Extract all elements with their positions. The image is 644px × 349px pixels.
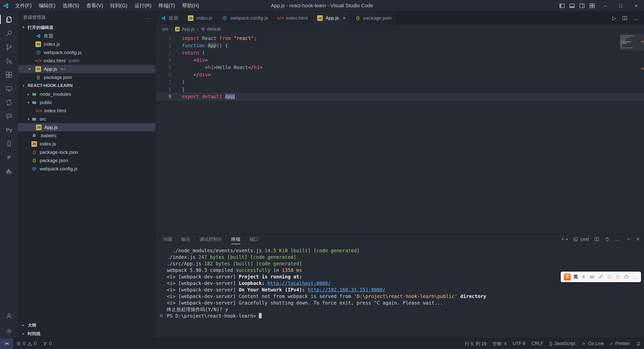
terminal-link[interactable]: http://localhost:8080/ xyxy=(267,280,331,286)
menu-selection[interactable]: 选择(S) xyxy=(59,0,83,11)
panel-tab-terminal[interactable]: 终端 xyxy=(231,234,240,244)
maximize-button[interactable]: □ xyxy=(613,0,628,11)
ports-status[interactable]: 0 xyxy=(39,338,55,349)
go-live-button[interactable]: Go Live xyxy=(578,338,607,349)
eol-sequence[interactable]: CRLF xyxy=(529,338,546,349)
menu-go[interactable]: 转到(G) xyxy=(107,0,131,11)
tab-webpack-config[interactable]: webpack.config.js xyxy=(217,12,273,25)
minimize-button[interactable]: – xyxy=(597,0,613,11)
tree-src-appjs[interactable]: JS App.js xyxy=(18,123,155,131)
breadcrumb-src[interactable]: src xyxy=(162,27,168,32)
handwriting-icon[interactable] xyxy=(598,274,604,280)
sogou-logo-icon[interactable]: S xyxy=(564,273,571,280)
emoji-icon[interactable] xyxy=(606,274,612,280)
tree-node-modules[interactable]: ▸ node_modules xyxy=(18,90,155,98)
tree-indexjs[interactable]: JS index.js xyxy=(18,140,155,148)
breadcrumb-file[interactable]: JS App.js xyxy=(175,27,194,32)
cursor-position[interactable]: 行 9, 列 19 xyxy=(462,338,490,349)
tree-webpack-config[interactable]: webpack.config.js xyxy=(18,165,155,173)
new-terminal-button[interactable]: +▾ xyxy=(561,236,568,242)
prettier-status[interactable]: ✓ Prettier xyxy=(607,338,633,349)
problems-status[interactable]: 0 0 xyxy=(13,338,39,349)
tab-indexjs[interactable]: JS index.js xyxy=(183,12,217,25)
menu-help[interactable]: 帮助(H) xyxy=(179,0,203,11)
tree-package-lock[interactable]: {} package-lock.json xyxy=(18,148,155,156)
close-icon[interactable]: × xyxy=(343,16,346,21)
split-editor-icon[interactable] xyxy=(622,15,628,21)
bookmarks-icon[interactable] xyxy=(0,137,18,151)
tree-babelrc[interactable]: B .babelrc xyxy=(18,131,155,140)
sidebar-more-icon[interactable]: … xyxy=(145,14,150,21)
docker-icon[interactable] xyxy=(0,165,18,178)
settings-gear-icon[interactable] xyxy=(0,324,18,338)
open-editor-appjs[interactable]: × JS App.js src xyxy=(18,65,155,73)
sync-icon[interactable] xyxy=(0,95,18,109)
open-editor-webpack-config[interactable]: webpack.config.js xyxy=(18,48,155,57)
outline-section[interactable]: ▸ 大纲 xyxy=(18,321,155,329)
remote-explorer-icon[interactable] xyxy=(0,82,18,95)
notifications-bell-icon[interactable] xyxy=(633,338,644,349)
tab-packagejson[interactable]: {} package.json xyxy=(350,12,396,25)
terminal-profile-chip[interactable]: cmd xyxy=(573,236,589,242)
tree-public-indexhtml[interactable]: </> index.html xyxy=(18,107,155,115)
keyboard-icon[interactable] xyxy=(589,274,595,280)
account-icon[interactable] xyxy=(0,309,18,323)
terminal-link[interactable]: http://192.168.31.151:8080/ xyxy=(308,287,386,292)
minimap[interactable] xyxy=(620,35,638,49)
command-decoration-icon[interactable] xyxy=(160,314,163,317)
editor-more-icon[interactable]: … xyxy=(633,15,639,21)
toggle-sidebar-icon[interactable] xyxy=(557,0,567,11)
comments-icon[interactable] xyxy=(0,109,18,123)
toggle-secondary-sidebar-icon[interactable] xyxy=(577,0,587,11)
maximize-panel-icon[interactable] xyxy=(626,236,631,242)
language-mode[interactable]: {} JavaScript xyxy=(546,338,578,349)
menu-edit[interactable]: 编辑(E) xyxy=(35,0,59,11)
close-panel-icon[interactable]: × xyxy=(636,236,639,242)
python-icon[interactable]: Py xyxy=(0,123,18,137)
panel-tab-debug-console[interactable]: 调试控制台 xyxy=(199,234,222,244)
ime-mode-indicator[interactable]: 英 xyxy=(573,274,578,280)
search-icon[interactable] xyxy=(0,26,18,40)
menu-view[interactable]: 查看(V) xyxy=(83,0,107,11)
menu-terminal[interactable]: 终端(T) xyxy=(155,0,179,11)
menu-file[interactable]: 文件(F) xyxy=(12,0,35,11)
split-terminal-icon[interactable] xyxy=(594,236,599,242)
toolbox-icon[interactable] xyxy=(623,274,629,280)
tab-welcome[interactable]: 欢迎 xyxy=(156,12,183,25)
breadcrumb-symbol[interactable]: default xyxy=(201,27,221,32)
panel-more-icon[interactable]: … xyxy=(615,236,621,242)
project-root-header[interactable]: ▾ REACT-HOOK-LEARN xyxy=(18,81,155,90)
panel-tab-problems[interactable]: 问题 xyxy=(163,234,172,244)
terminal-output[interactable]: ./node_modules/events/events.js 14.5 KiB… xyxy=(156,244,644,338)
customize-layout-icon[interactable] xyxy=(587,0,597,11)
extensions-icon[interactable] xyxy=(0,68,18,82)
ime-toolbar[interactable]: S 英 … xyxy=(561,272,641,282)
tab-appjs[interactable]: JS App.js × xyxy=(312,12,350,25)
toggle-panel-icon[interactable] xyxy=(567,0,577,11)
ime-more-icon[interactable]: … xyxy=(632,274,638,280)
encoding[interactable]: UTF-8 xyxy=(510,338,529,349)
indentation[interactable]: 空格: 4 xyxy=(490,338,510,349)
kill-terminal-icon[interactable] xyxy=(605,236,610,242)
run-code-icon[interactable]: ▷ xyxy=(613,15,616,21)
open-editors-header[interactable]: ▾ 打开的编辑器 xyxy=(18,23,155,32)
open-editor-indexhtml[interactable]: </> index.html public xyxy=(18,57,155,65)
menu-run[interactable]: 运行(R) xyxy=(131,0,155,11)
open-editor-packagejson[interactable]: {} package.json xyxy=(18,73,155,81)
panel-tab-ports[interactable]: 端口 xyxy=(249,234,258,244)
source-control-icon[interactable] xyxy=(0,40,18,54)
open-editor-welcome[interactable]: 欢迎 xyxy=(18,32,155,40)
tree-public[interactable]: ▾ public xyxy=(18,98,155,107)
run-debug-icon[interactable] xyxy=(0,54,18,68)
close-button[interactable]: × xyxy=(628,0,644,11)
open-editor-indexjs[interactable]: JS index.js xyxy=(18,40,155,48)
explorer-icon[interactable] xyxy=(0,13,18,26)
panel-tab-output[interactable]: 输出 xyxy=(181,234,190,244)
tree-src[interactable]: ▾ src xyxy=(18,115,155,123)
remote-indicator[interactable]: >< xyxy=(0,338,13,349)
close-icon[interactable]: × xyxy=(28,67,35,72)
code-editor[interactable]: 1 import React from "react"; 2 function … xyxy=(156,34,644,234)
timeline-section[interactable]: ▸ 时间线 xyxy=(18,329,155,338)
tab-indexhtml[interactable]: </> index.html xyxy=(273,12,312,25)
voice-input-icon[interactable] xyxy=(581,274,587,280)
